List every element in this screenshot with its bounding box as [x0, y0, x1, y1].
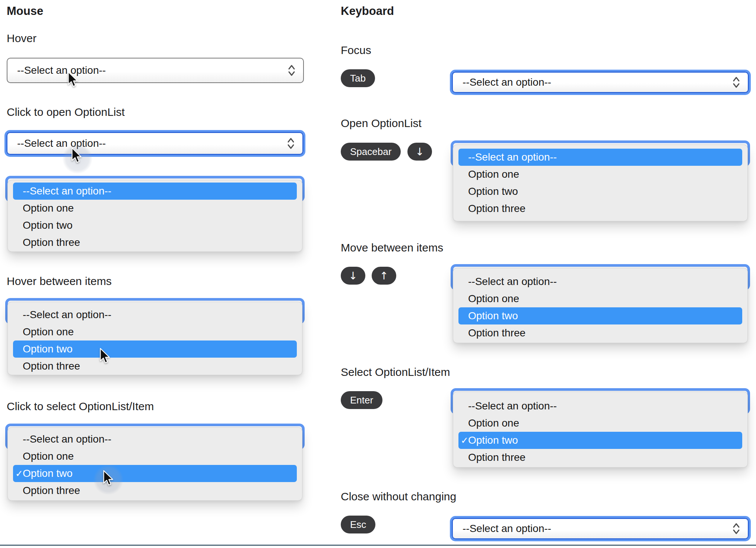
option-label: Option one	[23, 202, 74, 214]
optionlist-interaction-docs: Mouse Hover --Select an option-- Click t…	[0, 0, 756, 548]
option-label: Option one	[468, 417, 519, 429]
option-three[interactable]: Option three	[13, 482, 297, 499]
option-label: Option one	[23, 450, 74, 462]
option-three[interactable]: Option three	[13, 358, 297, 375]
section-divider	[0, 545, 756, 546]
option-placeholder[interactable]: --Select an option--	[458, 273, 742, 290]
option-label: Option three	[468, 203, 525, 215]
mouse-cursor-icon	[102, 470, 114, 487]
optionlist-open: --Select an option-- Option one ✓ Option…	[453, 392, 748, 468]
optionlist-open: --Select an option-- Option one ✓ Option…	[7, 427, 302, 501]
option-label: Option three	[468, 327, 525, 339]
mouse-section-title: Mouse	[7, 4, 43, 18]
option-label: Option two	[23, 219, 73, 231]
option-placeholder[interactable]: --Select an option--	[458, 149, 742, 166]
mouse-cursor-icon	[99, 348, 110, 364]
select-demo-label: Select OptionList/Item	[341, 366, 450, 378]
key-label: Spacebar	[350, 146, 391, 158]
optionlist-open: --Select an option-- Option one Option t…	[453, 145, 748, 221]
optionlist-open: --Select an option-- Option one Option t…	[7, 180, 302, 252]
key-label: ↓	[349, 270, 357, 282]
option-label: Option three	[23, 360, 80, 372]
option-label: Option two	[468, 186, 518, 197]
optionlist-open: --Select an option-- Option one Option t…	[453, 268, 748, 343]
checkmark-icon: ✓	[461, 435, 468, 446]
option-label: --Select an option--	[468, 151, 557, 163]
key-enter: Enter	[341, 391, 382, 409]
option-label: --Select an option--	[468, 276, 557, 288]
option-one[interactable]: Option one	[458, 290, 742, 307]
chevron-up-down-icon	[732, 76, 740, 89]
mouse-cursor-icon	[67, 72, 78, 88]
option-label: Option three	[23, 485, 80, 497]
key-label: Esc	[350, 519, 366, 530]
key-label: ↑	[379, 270, 388, 282]
option-label: --Select an option--	[468, 400, 557, 412]
move-demo-label: Move between items	[341, 241, 443, 254]
option-label: Option one	[23, 326, 74, 338]
option-placeholder[interactable]: --Select an option--	[13, 183, 297, 200]
option-one[interactable]: Option one	[458, 166, 742, 183]
key-esc: Esc	[341, 516, 375, 533]
option-label: Option three	[23, 237, 80, 248]
key-arrow-down-icon: ↓	[407, 143, 432, 161]
option-label: Option one	[468, 293, 519, 305]
option-two-active[interactable]: Option two	[458, 307, 742, 324]
option-two-hovered[interactable]: Option two	[13, 340, 297, 358]
key-arrow-up-icon: ↑	[372, 267, 396, 285]
option-one[interactable]: Option one	[13, 323, 297, 340]
option-label: --Select an option--	[23, 433, 111, 445]
option-two[interactable]: Option two	[458, 183, 742, 200]
mouse-cursor-icon	[71, 148, 82, 164]
close-demo-label: Close without changing	[341, 490, 456, 503]
select-value: --Select an option--	[7, 64, 106, 76]
option-label: Option one	[468, 168, 519, 180]
select-trigger-hover[interactable]: --Select an option--	[7, 58, 304, 83]
hover-items-demo-label: Hover between items	[7, 275, 112, 288]
key-arrow-down-icon: ↓	[341, 267, 365, 285]
option-three[interactable]: Option three	[458, 449, 742, 466]
option-one[interactable]: Option one	[13, 200, 297, 217]
option-label: Option two	[468, 434, 518, 446]
select-trigger-focused[interactable]: --Select an option--	[6, 132, 304, 155]
key-tab: Tab	[341, 69, 375, 87]
key-label: ↓	[415, 146, 424, 158]
chevron-up-down-icon	[287, 137, 295, 150]
option-one[interactable]: Option one	[13, 448, 297, 465]
select-trigger-focused[interactable]: --Select an option--	[452, 518, 749, 539]
keyboard-section-title: Keyboard	[341, 4, 394, 18]
option-one[interactable]: Option one	[458, 415, 742, 432]
option-placeholder[interactable]: --Select an option--	[13, 431, 297, 448]
option-label: Option two	[468, 310, 518, 322]
select-value: --Select an option--	[453, 76, 551, 88]
chevron-up-down-icon	[732, 522, 740, 535]
option-two-selected[interactable]: ✓ Option two	[13, 465, 297, 482]
focus-demo-label: Focus	[341, 44, 371, 57]
click-open-demo-label: Click to open OptionList	[7, 106, 125, 118]
option-label: --Select an option--	[23, 185, 111, 197]
option-placeholder[interactable]: --Select an option--	[458, 397, 742, 415]
key-label: Enter	[350, 395, 373, 406]
option-placeholder[interactable]: --Select an option--	[13, 306, 297, 323]
option-label: Option two	[23, 468, 73, 479]
option-three[interactable]: Option three	[458, 200, 742, 217]
option-two-selected[interactable]: ✓ Option two	[458, 432, 742, 449]
open-demo-label: Open OptionList	[341, 117, 422, 130]
click-select-demo-label: Click to select OptionList/Item	[7, 400, 154, 413]
select-value: --Select an option--	[7, 137, 106, 149]
select-value: --Select an option--	[453, 523, 551, 535]
option-three[interactable]: Option three	[13, 234, 297, 251]
option-label: --Select an option--	[23, 309, 111, 321]
option-three[interactable]: Option three	[458, 324, 742, 342]
option-label: Option two	[23, 343, 73, 355]
key-label: Tab	[350, 73, 366, 84]
option-label: Option three	[468, 452, 525, 463]
checkmark-icon: ✓	[15, 468, 23, 479]
key-spacebar: Spacebar	[341, 143, 401, 161]
option-two[interactable]: Option two	[13, 217, 297, 234]
select-trigger-focused[interactable]: --Select an option--	[452, 72, 749, 93]
optionlist-open: --Select an option-- Option one Option t…	[7, 302, 302, 375]
hover-demo-label: Hover	[7, 32, 36, 45]
chevron-up-down-icon	[288, 64, 296, 77]
